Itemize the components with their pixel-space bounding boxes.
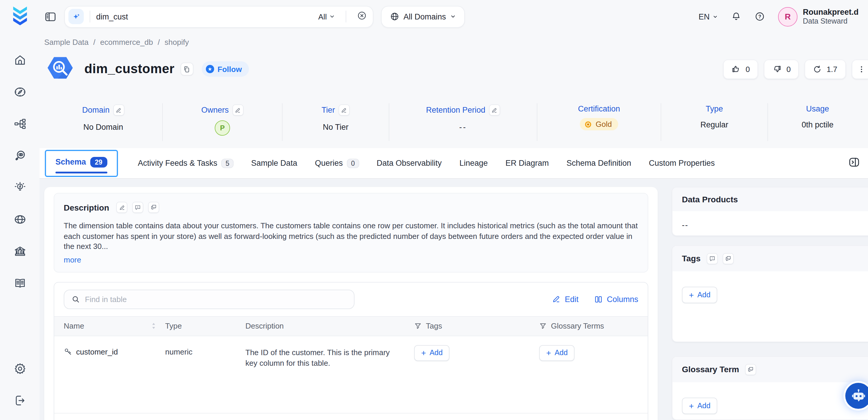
data-products-title: Data Products [682,195,738,204]
user-avatar[interactable]: R [778,7,798,26]
user-name: Rounakpreet.d [803,7,859,18]
clear-search-icon[interactable] [357,10,367,23]
gold-medal-icon [584,120,592,128]
language-selector[interactable]: EN [699,12,718,21]
nav-integrations-icon[interactable] [8,108,32,140]
collapse-panel-icon[interactable] [848,156,860,171]
add-tag-button[interactable]: +Add [414,345,450,361]
col-header-name[interactable]: Name [64,322,84,330]
suggestions-icon[interactable] [745,364,756,375]
settings-icon[interactable] [8,353,32,385]
comment-icon[interactable]: ? [706,253,718,264]
find-in-table-box[interactable] [64,289,354,309]
tab-custom-properties[interactable]: Custom Properties [649,159,715,168]
meta-certification: Certification Gold [537,103,661,141]
edit-pencil-icon[interactable] [113,104,124,116]
robot-icon [850,388,866,404]
meta-value: -- [459,123,467,131]
meta-label[interactable]: Certification [578,104,620,113]
sort-icon[interactable] [150,322,157,330]
col-header-type[interactable]: Type [165,322,182,330]
svg-text:?: ? [711,257,713,260]
follow-button[interactable]: ★ Follow [202,61,249,77]
search-scope-dropdown[interactable]: All [318,12,335,21]
filter-icon[interactable] [539,322,547,330]
sidebar-toggle-icon[interactable] [44,10,57,23]
search-icon [71,295,80,303]
owner-avatar[interactable]: P [215,120,230,136]
tab-data-observability[interactable]: Data Observability [377,159,442,168]
nav-governance-icon[interactable] [8,235,32,267]
tab-sample-data[interactable]: Sample Data [251,159,297,168]
global-search-bar[interactable]: All [64,6,373,27]
nav-discover-icon[interactable] [8,76,32,108]
col-header-tags[interactable]: Tags [426,322,442,330]
edit-pencil-icon[interactable] [339,104,350,116]
columns-config-button[interactable]: Columns [594,295,638,303]
col-header-description[interactable]: Description [245,322,284,330]
nav-observability-icon[interactable] [8,140,32,172]
nav-insights-icon[interactable] [8,172,32,204]
help-icon[interactable]: ? [754,11,765,22]
star-icon: ★ [206,65,214,73]
table-row[interactable]: shop_id numeric The ID of the store. Thi… [54,413,648,420]
filter-icon[interactable] [414,322,422,330]
tags-card: Tags ? +Add [672,245,868,342]
suggestions-icon[interactable] [722,253,734,264]
edit-pencil-icon[interactable] [232,104,244,116]
meta-label[interactable]: Usage [806,104,829,113]
edit-pencil-icon [552,295,561,303]
meta-label[interactable]: Tier [321,106,335,115]
freshness-score-button[interactable]: 1.7 [805,59,845,79]
suggestions-icon[interactable] [148,202,159,213]
add-glossary-term-button[interactable]: +Add [682,398,718,414]
breadcrumb-schema[interactable]: shopify [164,38,189,47]
nav-web-icon[interactable] [8,204,32,235]
notifications-bell-icon[interactable] [731,11,741,22]
tab-count-badge: 29 [90,157,107,167]
column-name[interactable]: customer_id [76,347,118,356]
edit-pencil-icon[interactable] [116,202,127,213]
add-glossary-term-button[interactable]: +Add [539,345,575,361]
edit-pencil-icon[interactable] [489,104,500,116]
search-input[interactable] [96,12,318,21]
breadcrumb-connection[interactable]: Sample Data [44,38,89,47]
tab-schema-definition[interactable]: Schema Definition [566,159,631,168]
comment-icon[interactable] [132,202,143,213]
breadcrumb-database[interactable]: ecommerce_db [100,38,153,47]
downvote-button[interactable]: 0 [764,59,799,79]
user-menu[interactable]: R Rounakpreet.d Data Steward [778,7,859,26]
tab-queries[interactable]: Queries 0 [315,158,359,168]
tab-er-diagram[interactable]: ER Diagram [505,159,549,168]
add-tag-button[interactable]: +Add [682,287,718,303]
all-domains-button[interactable]: All Domains [381,6,465,27]
table-row[interactable]: customer_id numeric The ID of the custom… [54,336,648,413]
asset-tabbar: Schema 29 Activity Feeds & Tasks 5 Sampl… [39,148,868,179]
breadcrumb: Sample Data / ecommerce_db / shopify [44,38,868,47]
atlan-logo[interactable] [10,5,30,29]
content-area: Description The dimension table contains… [39,179,868,420]
divider [346,11,346,22]
logout-icon[interactable] [8,385,32,417]
meta-label[interactable]: Type [706,104,723,113]
find-in-table-input[interactable] [85,295,347,303]
meta-label[interactable]: Retention Period [426,106,485,115]
upvote-button[interactable]: 0 [723,59,758,79]
meta-label[interactable]: Owners [201,106,228,115]
tab-activity-feeds[interactable]: Activity Feeds & Tasks 5 [138,158,233,168]
meta-label[interactable]: Domain [82,106,110,115]
edit-table-button[interactable]: Edit [552,295,579,303]
nav-home-icon[interactable] [8,44,32,76]
glossary-term-card: Glossary Term +Add [672,356,868,420]
copy-link-icon[interactable] [181,63,193,76]
nav-glossary-icon[interactable] [8,267,32,299]
chatbot-button[interactable] [845,383,868,409]
meta-domain: Domain No Domain [44,103,163,141]
description-more-link[interactable]: more [64,255,81,264]
ai-sparkle-icon[interactable] [68,9,84,24]
divider [90,11,90,22]
col-header-glossary[interactable]: Glossary Terms [551,322,604,330]
tab-schema[interactable]: Schema 29 [56,157,107,167]
more-actions-button[interactable] [851,59,868,79]
tab-lineage[interactable]: Lineage [460,159,488,168]
